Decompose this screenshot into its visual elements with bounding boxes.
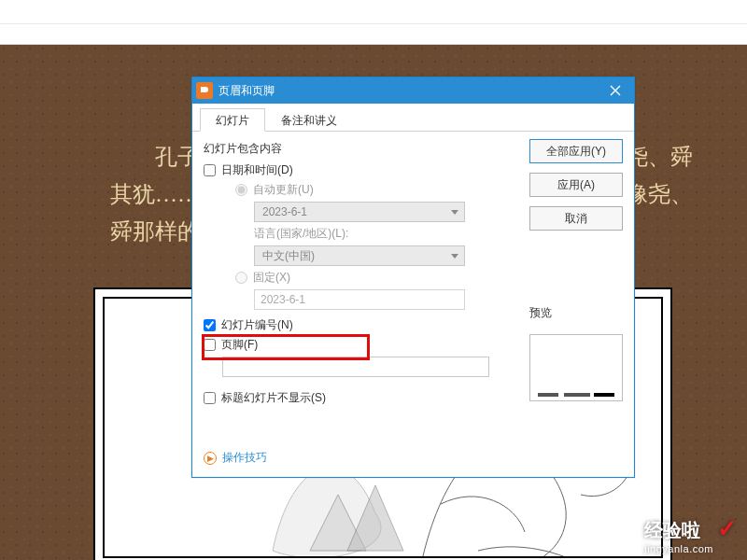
header-footer-dialog: 页眉和页脚 幻灯片 备注和讲义 幻灯片包含内容 日期和时间(D) 自动更新(U)…	[191, 77, 635, 478]
dialog-tabs: 幻灯片 备注和讲义	[192, 104, 634, 132]
lang-value: 中文(中国)	[262, 248, 315, 264]
footer-label: 页脚(F)	[221, 337, 258, 353]
app-logo-icon	[196, 82, 213, 99]
fixed-label: 固定(X)	[253, 270, 290, 286]
chevron-down-icon	[451, 254, 458, 259]
apply-button[interactable]: 应用(A)	[529, 173, 623, 197]
lang-select[interactable]: 中文(中国)	[254, 245, 465, 266]
lang-label: 语言(国家/地区)(L):	[254, 226, 348, 242]
slide-number-label: 幻灯片编号(N)	[221, 317, 293, 333]
auto-date-select[interactable]: 2023-6-1	[254, 202, 465, 222]
tips-label: 操作技巧	[222, 450, 267, 466]
footer-checkbox[interactable]	[204, 339, 216, 351]
slide-number-checkbox[interactable]	[204, 319, 216, 331]
dialog-titlebar[interactable]: 页眉和页脚	[192, 77, 634, 104]
watermark-domain: jingyanla.com	[644, 543, 713, 554]
close-button[interactable]	[602, 81, 628, 100]
tab-slide[interactable]: 幻灯片	[200, 108, 265, 132]
preview-label: 预览	[529, 305, 623, 321]
app-tab-strip	[0, 0, 747, 24]
tab-notes[interactable]: 备注和讲义	[265, 108, 353, 132]
section-title: 幻灯片包含内容	[204, 141, 520, 157]
fixed-date-input[interactable]: 2023-6-1	[254, 289, 465, 310]
footer-input[interactable]	[222, 357, 489, 377]
watermark-check-icon: ✓	[717, 514, 738, 543]
watermark-brand: 经验啦	[644, 520, 700, 540]
tips-link[interactable]: ▶ 操作技巧	[192, 441, 634, 477]
auto-update-radio[interactable]	[235, 184, 247, 196]
apply-all-button[interactable]: 全部应用(Y)	[529, 139, 623, 163]
dialog-left-panel: 幻灯片包含内容 日期和时间(D) 自动更新(U) 2023-6-1 语言(国家/…	[204, 139, 520, 433]
fixed-radio[interactable]	[235, 272, 247, 284]
datetime-label: 日期和时间(D)	[221, 162, 293, 178]
auto-update-label: 自动更新(U)	[253, 182, 314, 198]
fixed-date-value: 2023-6-1	[261, 293, 305, 306]
close-icon	[610, 85, 621, 96]
chevron-down-icon	[451, 210, 458, 215]
hide-title-checkbox[interactable]	[204, 392, 216, 404]
tips-icon: ▶	[204, 452, 217, 465]
dialog-right-panel: 全部应用(Y) 应用(A) 取消 预览	[529, 139, 623, 433]
preview-thumbnail	[529, 334, 623, 401]
datetime-checkbox[interactable]	[204, 164, 216, 176]
app-toolbar	[0, 24, 747, 45]
auto-date-value: 2023-6-1	[262, 205, 307, 218]
watermark: 经验啦 jingyanla.com ✓	[644, 514, 738, 554]
cancel-button[interactable]: 取消	[529, 206, 623, 231]
hide-title-label: 标题幻灯片不显示(S)	[221, 390, 326, 406]
dialog-title: 页眉和页脚	[218, 83, 602, 99]
